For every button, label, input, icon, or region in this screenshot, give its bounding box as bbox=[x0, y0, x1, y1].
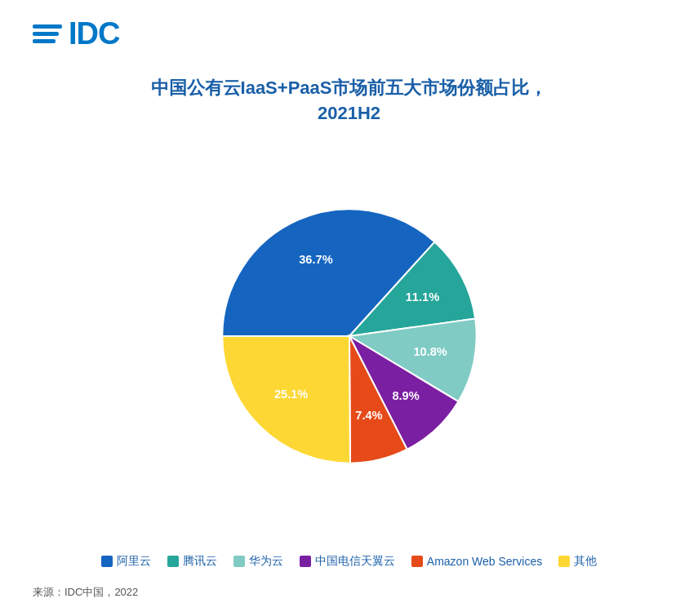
legend-color bbox=[411, 556, 423, 567]
source-text: 来源：IDC中国，2022 bbox=[33, 585, 665, 600]
idc-logo-icon bbox=[33, 24, 62, 43]
legend-color bbox=[558, 556, 570, 567]
svg-text:7.4%: 7.4% bbox=[355, 409, 382, 422]
legend-item: 华为云 bbox=[233, 554, 283, 569]
logo-text: IDC bbox=[69, 16, 119, 51]
legend-label: Amazon Web Services bbox=[427, 555, 542, 568]
legend-item: 其他 bbox=[558, 554, 597, 569]
logo-area: IDC bbox=[33, 16, 665, 51]
legend-item: 腾讯云 bbox=[167, 554, 217, 569]
legend-color bbox=[101, 556, 113, 567]
svg-text:25.1%: 25.1% bbox=[274, 387, 308, 400]
legend-color bbox=[233, 556, 245, 567]
legend-label: 腾讯云 bbox=[183, 554, 217, 569]
svg-text:36.7%: 36.7% bbox=[299, 253, 332, 266]
legend-item: Amazon Web Services bbox=[411, 554, 542, 569]
logo-line-3 bbox=[33, 39, 56, 43]
legend-item: 中国电信天翼云 bbox=[300, 554, 395, 569]
svg-text:11.1%: 11.1% bbox=[405, 290, 438, 303]
legend-label: 中国电信天翼云 bbox=[315, 554, 395, 569]
logo-line-2 bbox=[33, 32, 59, 36]
legend-label: 华为云 bbox=[249, 554, 283, 569]
logo-line-1 bbox=[33, 24, 62, 29]
svg-text:8.9%: 8.9% bbox=[392, 389, 419, 402]
chart-area: 36.7%11.1%10.8%8.9%7.4%25.1% bbox=[33, 135, 665, 538]
pie-chart: 36.7%11.1%10.8%8.9%7.4%25.1% bbox=[202, 189, 496, 483]
legend-area: 阿里云腾讯云华为云中国电信天翼云Amazon Web Services其他 bbox=[33, 554, 665, 569]
svg-text:10.8%: 10.8% bbox=[413, 345, 447, 358]
chart-title-line1: 中国公有云IaaS+PaaS市场前五大市场份额占比， bbox=[151, 78, 548, 98]
legend-item: 阿里云 bbox=[101, 554, 151, 569]
legend-label: 阿里云 bbox=[117, 554, 151, 569]
legend-label: 其他 bbox=[574, 554, 597, 569]
legend-color bbox=[300, 556, 311, 567]
legend-color bbox=[167, 556, 179, 567]
chart-title-line2: 2021H2 bbox=[318, 103, 380, 123]
page-container: IDC 中国公有云IaaS+PaaS市场前五大市场份额占比， 2021H2 36… bbox=[0, 0, 698, 616]
chart-title: 中国公有云IaaS+PaaS市场前五大市场份额占比， 2021H2 bbox=[33, 76, 665, 126]
